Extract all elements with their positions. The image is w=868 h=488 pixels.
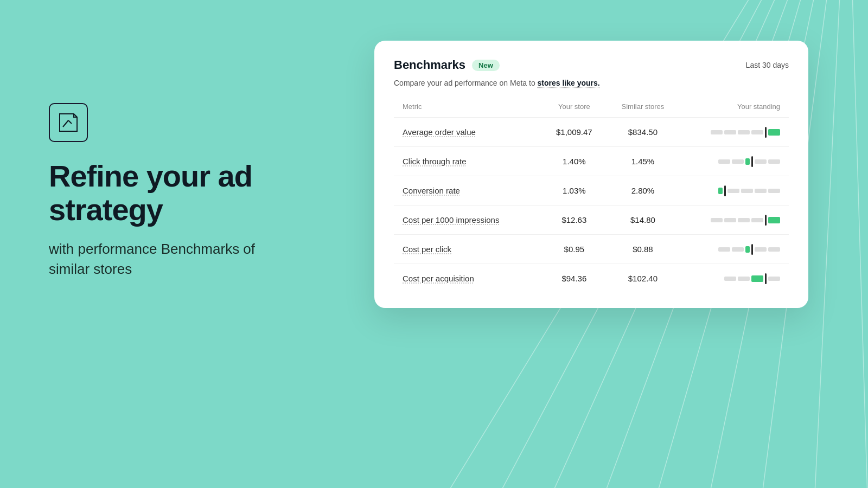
- metric-name: Average order value: [403, 127, 540, 137]
- bar-seg: [711, 130, 723, 134]
- bar-seg: [732, 159, 744, 164]
- metric-name: Conversion rate: [403, 186, 540, 195]
- standing-bar: [718, 188, 780, 194]
- table-row: Average order value $1,009.47 $834.50: [394, 118, 789, 147]
- standing-cell: [677, 188, 780, 194]
- bar-seg-active: [745, 158, 750, 165]
- bar-seg-active: [718, 188, 723, 194]
- bar-seg: [727, 189, 739, 193]
- card-title: Benchmarks: [394, 58, 465, 72]
- benchmarks-card: Benchmarks New Last 30 days Compare your…: [374, 41, 808, 308]
- standing-cell: [677, 246, 780, 253]
- svg-line-5: [814, 0, 841, 488]
- metric-similar: $0.88: [609, 245, 678, 254]
- bar-seg: [755, 189, 767, 193]
- standing-cell: [677, 217, 780, 223]
- bar-seg: [768, 247, 780, 252]
- card-description: Compare your ad performance on Meta to s…: [394, 79, 789, 87]
- bar-seg: [738, 130, 750, 134]
- card-header: Benchmarks New Last 30 days: [394, 58, 789, 72]
- metric-name: Click through rate: [403, 157, 540, 166]
- bar-seg: [738, 277, 750, 281]
- table-row: Cost per 1000 impressions $12.63 $14.80: [394, 206, 789, 235]
- logo: [49, 103, 88, 142]
- header-metric: Metric: [403, 102, 540, 111]
- metric-your-store: $1,009.47: [540, 127, 609, 137]
- bar-seg: [718, 247, 730, 252]
- standing-bar: [711, 217, 780, 223]
- new-badge: New: [472, 60, 500, 71]
- bar-seg: [724, 277, 736, 281]
- header-your-store: Your store: [540, 102, 609, 111]
- svg-line-6: [852, 0, 868, 488]
- bar-seg: [738, 218, 750, 222]
- standing-cell: [677, 158, 780, 165]
- bar-seg: [768, 189, 780, 193]
- bar-seg: [711, 218, 723, 222]
- bar-seg: [755, 247, 767, 252]
- description-bold: stores like yours.: [538, 79, 600, 87]
- standing-bar: [711, 129, 780, 136]
- header-similar-stores: Similar stores: [609, 102, 678, 111]
- metric-your-store: $12.63: [540, 215, 609, 224]
- metric-similar: $834.50: [609, 127, 678, 137]
- bar-seg: [718, 159, 730, 164]
- metric-similar: $102.40: [609, 274, 678, 283]
- header-standing: Your standing: [677, 102, 780, 111]
- table-header: Metric Your store Similar stores Your st…: [394, 98, 789, 118]
- bar-seg: [768, 159, 780, 164]
- metric-similar: $14.80: [609, 215, 678, 224]
- metric-similar: 1.45%: [609, 157, 678, 166]
- bar-marker: [765, 215, 767, 226]
- svg-line-10: [68, 120, 72, 124]
- metric-your-store: 1.40%: [540, 157, 609, 166]
- bar-marker: [724, 185, 726, 196]
- standing-bar: [724, 275, 780, 282]
- bar-seg: [751, 130, 763, 134]
- bar-seg-active: [768, 217, 780, 223]
- bar-seg: [741, 189, 753, 193]
- bar-marker: [765, 273, 767, 284]
- table-row: Cost per click $0.95 $0.88: [394, 235, 789, 264]
- metric-your-store: $94.36: [540, 274, 609, 283]
- metric-your-store: $0.95: [540, 245, 609, 254]
- svg-line-9: [63, 120, 68, 127]
- bar-seg: [724, 218, 736, 222]
- card-title-row: Benchmarks New: [394, 58, 500, 72]
- bar-marker: [751, 156, 753, 167]
- standing-bar: [718, 158, 780, 165]
- standing-cell: [677, 129, 780, 136]
- subheadline: with performance Benchmarks of similar s…: [49, 239, 293, 279]
- bar-marker: [765, 127, 767, 138]
- metric-name: Cost per click: [403, 245, 540, 254]
- bar-marker: [751, 244, 753, 255]
- table-row: Conversion rate 1.03% 2.80%: [394, 176, 789, 206]
- bar-seg: [724, 130, 736, 134]
- metric-your-store: 1.03%: [540, 186, 609, 195]
- table-row: Cost per acquisition $94.36 $102.40: [394, 264, 789, 293]
- bar-seg-active: [768, 129, 780, 136]
- bar-seg: [768, 277, 780, 281]
- last-days: Last 30 days: [746, 61, 789, 69]
- standing-cell: [677, 275, 780, 282]
- description-start: Compare your ad performance on Meta to: [394, 79, 538, 87]
- bar-seg: [751, 218, 763, 222]
- bar-seg-active: [751, 275, 763, 282]
- metric-similar: 2.80%: [609, 186, 678, 195]
- metric-name: Cost per acquisition: [403, 274, 540, 283]
- headline: Refine your ad strategy: [49, 159, 293, 226]
- logo-icon: [56, 111, 80, 134]
- metric-name: Cost per 1000 impressions: [403, 215, 540, 224]
- bar-seg: [755, 159, 767, 164]
- standing-bar: [718, 246, 780, 253]
- left-panel: Refine your ad strategy with performance…: [49, 103, 293, 279]
- bar-seg: [732, 247, 744, 252]
- bar-seg-active: [745, 246, 750, 253]
- table-row: Click through rate 1.40% 1.45%: [394, 147, 789, 176]
